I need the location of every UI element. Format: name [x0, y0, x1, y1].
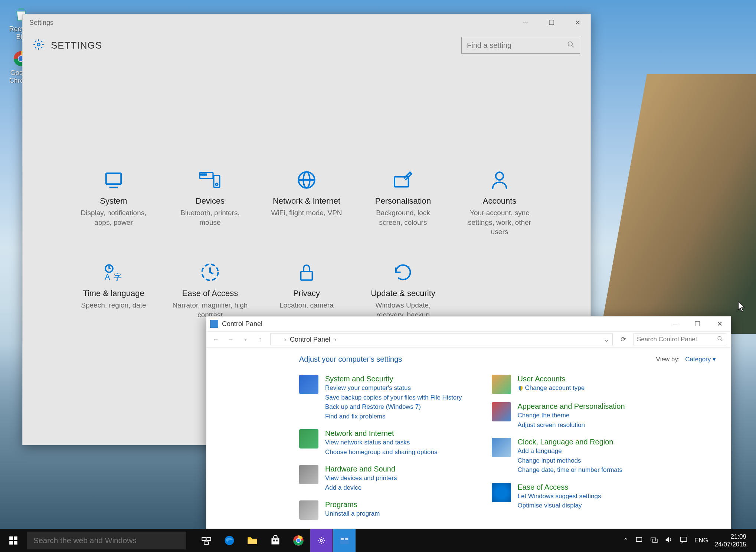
category-link[interactable]: Adjust screen resolution: [518, 420, 625, 430]
window-title: Settings: [29, 19, 53, 27]
category-link[interactable]: Change input methods: [518, 456, 623, 466]
devices-icon: [199, 168, 221, 192]
svg-rect-31: [9, 541, 13, 545]
category-title[interactable]: Appearance and Personalisation: [518, 402, 625, 411]
category-link[interactable]: Change account type: [518, 383, 585, 393]
category-title[interactable]: Hardware and Sound: [325, 465, 397, 473]
tile-network[interactable]: Network & Internet WiFi, flight mode, VP…: [260, 164, 353, 241]
category-link[interactable]: Optimise visual display: [518, 501, 601, 510]
tile-time-language[interactable]: A字 Time & language Speech, region, date: [67, 256, 160, 324]
control-panel-search-box[interactable]: [634, 334, 726, 345]
tile-ease-of-access[interactable]: Ease of Access Narrator, magnifier, high…: [164, 256, 256, 324]
taskbar-app-settings[interactable]: [310, 529, 333, 552]
start-button[interactable]: [0, 529, 27, 552]
tile-devices[interactable]: Devices Bluetooth, printers, mouse: [164, 164, 256, 241]
nav-history-dropdown[interactable]: ▾: [240, 336, 250, 342]
category-title[interactable]: User Accounts: [518, 375, 585, 383]
taskbar-clock[interactable]: 21:09 24/07/2015: [715, 533, 749, 549]
tile-subtitle: Location, camera: [279, 300, 334, 310]
viewby-dropdown[interactable]: Category ▾: [685, 356, 716, 363]
minimize-button[interactable]: ─: [513, 14, 539, 31]
taskbar-app-store[interactable]: [264, 529, 287, 552]
category-link[interactable]: Find and fix problems: [325, 412, 462, 421]
tray-expand-icon[interactable]: ⌃: [623, 537, 628, 545]
close-button[interactable]: ✕: [708, 316, 731, 331]
window-title: Control Panel: [222, 320, 262, 328]
ease-of-access-icon: [200, 260, 220, 284]
taskbar-app-file-explorer[interactable]: [241, 529, 264, 552]
tile-personalisation[interactable]: Personalisation Background, lock screen,…: [357, 164, 449, 241]
settings-titlebar[interactable]: Settings ─ ☐ ✕: [23, 14, 590, 31]
category-icon: [299, 465, 318, 484]
search-icon: [567, 41, 575, 50]
breadcrumb-item[interactable]: Control Panel: [290, 336, 330, 344]
category-link[interactable]: Add a device: [325, 483, 397, 493]
category-link[interactable]: Save backup copies of your files with Fi…: [325, 393, 462, 402]
taskbar-date: 24/07/2015: [715, 540, 746, 548]
tray-language[interactable]: ENG: [694, 537, 708, 544]
category-link[interactable]: View network status and tasks: [325, 438, 437, 447]
category-title[interactable]: Ease of Access: [518, 483, 601, 492]
settings-search-box[interactable]: [461, 37, 580, 54]
task-view-button[interactable]: [195, 529, 217, 552]
nav-up-button[interactable]: ↑: [255, 336, 265, 344]
category-link[interactable]: Let Windows suggest settings: [518, 492, 601, 501]
tile-accounts[interactable]: Accounts Your account, sync settings, wo…: [453, 164, 546, 241]
category-link[interactable]: Change the theme: [518, 411, 625, 420]
category-title[interactable]: Programs: [325, 500, 380, 509]
category-link[interactable]: Back up and Restore (Windows 7): [325, 402, 462, 412]
category-link[interactable]: View devices and printers: [325, 473, 397, 483]
nav-forward-button[interactable]: →: [226, 336, 235, 344]
category-link[interactable]: Change date, time or number formats: [518, 465, 623, 475]
category-link[interactable]: Uninstall a program: [325, 509, 380, 519]
category-icon: [492, 483, 511, 502]
maximize-button[interactable]: ☐: [686, 316, 708, 331]
category-title[interactable]: System and Security: [325, 375, 462, 383]
address-dropdown-icon[interactable]: ⌄: [604, 335, 609, 344]
update-icon: [393, 260, 413, 284]
close-button[interactable]: ✕: [564, 14, 590, 31]
svg-rect-34: [207, 538, 211, 540]
svg-point-19: [496, 172, 504, 180]
category-link[interactable]: Review your computer's status: [325, 383, 462, 393]
tray-network-icon[interactable]: [650, 536, 658, 546]
tile-title: Update & security: [371, 289, 435, 298]
taskbar-app-control-panel[interactable]: [333, 529, 356, 552]
control-panel-titlebar[interactable]: Control Panel ─ ☐ ✕: [206, 316, 731, 331]
minimize-button[interactable]: ─: [664, 316, 686, 331]
control-panel-category: Network and InternetView network status …: [299, 429, 462, 457]
category-link[interactable]: Add a language: [518, 446, 623, 456]
tray-onedrive-icon[interactable]: [635, 536, 643, 546]
search-icon: [717, 336, 723, 344]
tile-title: Accounts: [483, 196, 517, 206]
svg-rect-39: [273, 540, 275, 542]
address-bar[interactable]: › Control Panel › ⌄: [270, 334, 613, 345]
svg-point-14: [216, 183, 218, 185]
refresh-button[interactable]: ⟳: [618, 335, 628, 344]
control-panel-search-input[interactable]: [637, 336, 717, 343]
nav-back-button[interactable]: ←: [211, 336, 220, 344]
tile-update-security[interactable]: Update & security Windows Update, recove…: [357, 256, 449, 324]
tile-privacy[interactable]: Privacy Location, camera: [260, 256, 353, 324]
svg-rect-52: [652, 539, 657, 542]
settings-search-input[interactable]: [467, 41, 567, 50]
tile-subtitle: WiFi, flight mode, VPN: [271, 208, 342, 218]
taskbar-search-box[interactable]: [27, 532, 186, 549]
control-panel-category: Appearance and PersonalisationChange the…: [492, 402, 625, 430]
taskbar-app-edge[interactable]: [218, 529, 240, 552]
tray-volume-icon[interactable]: [665, 536, 673, 546]
category-title[interactable]: Clock, Language and Region: [518, 438, 623, 446]
maximize-button[interactable]: ☐: [539, 14, 564, 31]
category-link[interactable]: Choose homegroup and sharing options: [325, 447, 437, 457]
settings-tiles-grid: System Display, notifications, apps, pow…: [23, 164, 590, 324]
category-title[interactable]: Network and Internet: [325, 429, 437, 438]
taskbar-search-input[interactable]: [33, 536, 180, 545]
breadcrumb-sep: ›: [334, 336, 336, 344]
tile-system[interactable]: System Display, notifications, apps, pow…: [67, 164, 160, 241]
tray-action-center-icon[interactable]: [680, 536, 688, 546]
svg-rect-11: [203, 174, 204, 175]
control-panel-window: Control Panel ─ ☐ ✕ ← → ▾ ↑ › Control Pa…: [206, 316, 731, 529]
taskbar-app-chrome[interactable]: [287, 529, 310, 552]
settings-heading: SETTINGS: [51, 40, 102, 51]
svg-line-28: [721, 339, 722, 341]
